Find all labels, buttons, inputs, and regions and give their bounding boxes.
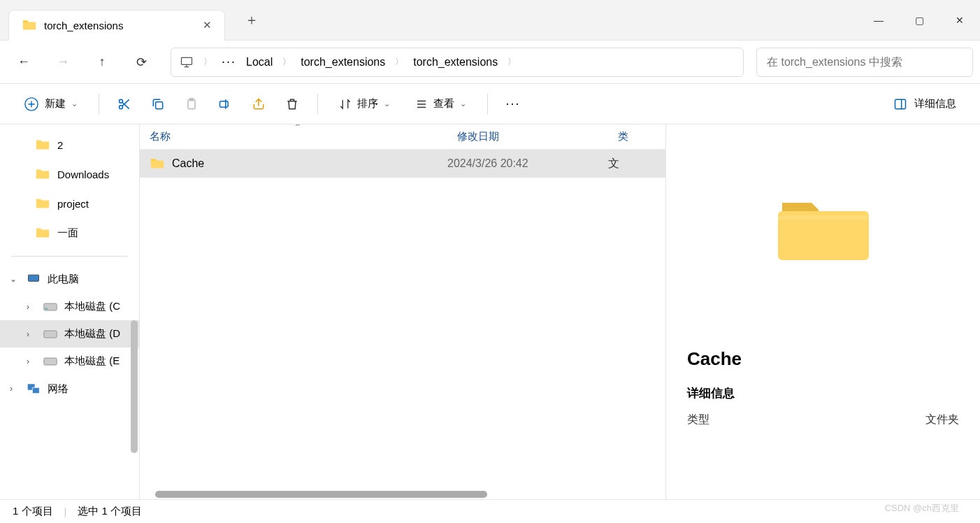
col-date[interactable]: 修改日期 <box>447 124 608 149</box>
col-type[interactable]: 类 <box>608 124 665 149</box>
chevron-down-icon: ⌄ <box>71 99 78 108</box>
svg-point-2 <box>120 99 123 103</box>
crumb-2[interactable]: torch_extensions <box>413 56 498 69</box>
details-pane-button[interactable]: 详细信息 <box>884 92 966 117</box>
delete-button[interactable] <box>278 90 306 118</box>
svg-rect-16 <box>32 387 39 393</box>
separator <box>11 256 128 257</box>
crumb-1[interactable]: torch_extensions <box>301 56 385 69</box>
list-icon <box>415 98 428 110</box>
status-selected: 选中 1 个项目 <box>78 505 142 518</box>
more-button[interactable]: ··· <box>499 90 527 118</box>
svg-rect-14 <box>44 358 57 365</box>
sort-label: 排序 <box>357 97 378 110</box>
ellipsis-icon: ··· <box>505 96 520 111</box>
back-button[interactable]: ← <box>7 45 41 79</box>
sort-button[interactable]: 排序 ⌄ <box>329 92 400 116</box>
file-type: 文 <box>608 157 665 171</box>
details-pane-icon <box>893 97 907 111</box>
chevron-right-icon: › <box>27 302 36 312</box>
network-icon <box>27 382 41 396</box>
tab-active[interactable]: torch_extensions ✕ <box>8 10 225 41</box>
plus-circle-icon <box>24 96 39 112</box>
new-tab-button[interactable]: ＋ <box>245 10 259 29</box>
titlebar: torch_extensions ✕ ＋ ― ▢ ✕ <box>0 0 980 41</box>
drive-icon <box>43 301 57 313</box>
new-label: 新建 <box>45 97 66 110</box>
horizontal-scrollbar[interactable] <box>155 491 487 498</box>
rename-icon <box>218 97 232 111</box>
separator: | <box>64 506 67 517</box>
chevron-right-icon: › <box>10 384 20 394</box>
drive-icon <box>43 329 57 340</box>
pc-icon <box>180 55 194 69</box>
paste-button[interactable] <box>178 90 206 118</box>
sidebar-item-downloads[interactable]: Downloads <box>0 159 139 189</box>
status-count: 1 个项目 <box>13 505 53 518</box>
addressbar: ← → ↑ ⟳ 〉 ··· Local 〉 torch_extensions 〉… <box>0 41 980 84</box>
pc-icon <box>27 272 41 286</box>
search-input[interactable] <box>756 48 973 77</box>
trash-icon <box>285 97 299 111</box>
folder-icon <box>35 196 50 211</box>
sidebar: 2 Downloads project 一面 ⌄此电脑 ›本地磁盘 (C ›本地… <box>0 124 140 499</box>
folder-icon <box>35 137 50 152</box>
chevron-down-icon: ⌄ <box>460 99 466 108</box>
close-button[interactable]: ✕ <box>939 3 980 37</box>
sidebar-item-drive-d[interactable]: ›本地磁盘 (D <box>0 320 139 348</box>
chevron-down-icon: ⌄ <box>384 99 390 108</box>
sort-icon <box>339 98 352 110</box>
crumb-local[interactable]: Local <box>246 56 273 69</box>
svg-rect-9 <box>29 275 39 281</box>
maximize-button[interactable]: ▢ <box>899 3 939 37</box>
up-button[interactable]: ↑ <box>85 45 119 79</box>
view-button[interactable]: 查看 ⌄ <box>405 92 476 116</box>
svg-rect-8 <box>895 99 906 108</box>
copy-button[interactable] <box>144 90 172 118</box>
chevron-right-icon: 〉 <box>507 56 516 68</box>
minimize-button[interactable]: ― <box>858 3 899 37</box>
rename-button[interactable] <box>211 90 239 118</box>
window-controls: ― ▢ ✕ <box>858 3 980 37</box>
file-row-cache[interactable]: Cache 2024/3/26 20:42 文 <box>140 150 665 178</box>
preview-type-row: 类型 文件夹 <box>687 413 959 427</box>
more-icon[interactable]: ··· <box>222 55 236 69</box>
column-header: ⌃ 名称 修改日期 类 <box>140 124 665 150</box>
sidebar-item-drive-c[interactable]: ›本地磁盘 (C <box>0 293 139 320</box>
svg-point-3 <box>120 105 123 108</box>
share-icon <box>252 97 266 111</box>
svg-rect-11 <box>44 303 57 310</box>
scrollbar[interactable] <box>131 320 138 453</box>
refresh-button[interactable]: ⟳ <box>124 45 158 79</box>
file-date: 2024/3/26 20:42 <box>447 157 608 170</box>
drive-icon <box>43 356 57 367</box>
close-icon[interactable]: ✕ <box>203 19 212 31</box>
share-button[interactable] <box>245 90 273 118</box>
sort-asc-icon: ⌃ <box>294 124 302 133</box>
tab-title: torch_extensions <box>44 20 123 31</box>
clipboard-icon <box>185 97 199 111</box>
main-area: 2 Downloads project 一面 ⌄此电脑 ›本地磁盘 (C ›本地… <box>0 124 980 499</box>
forward-button[interactable]: → <box>46 45 80 79</box>
sidebar-item-thispc[interactable]: ⌄此电脑 <box>0 265 139 293</box>
sidebar-item-2[interactable]: 2 <box>0 130 139 159</box>
breadcrumb[interactable]: 〉 ··· Local 〉 torch_extensions 〉 torch_e… <box>171 48 744 77</box>
cut-button[interactable] <box>110 90 138 118</box>
folder-icon <box>22 17 37 33</box>
sidebar-item-yimian[interactable]: 一面 <box>0 218 139 248</box>
svg-rect-4 <box>156 101 163 108</box>
sidebar-item-network[interactable]: ›网络 <box>0 375 139 403</box>
toolbar: 新建 ⌄ 排序 ⌄ 查看 ⌄ ··· 详细信息 <box>0 84 980 124</box>
sidebar-item-drive-e[interactable]: ›本地磁盘 (E <box>0 348 139 375</box>
svg-rect-12 <box>45 308 48 309</box>
new-button[interactable]: 新建 ⌄ <box>14 91 87 117</box>
statusbar: 1 个项目 | 选中 1 个项目 CSDN @ch西克里 <box>0 499 980 523</box>
separator <box>317 94 318 115</box>
details-label: 详细信息 <box>914 97 956 110</box>
sidebar-item-project[interactable]: project <box>0 189 139 218</box>
folder-icon <box>150 156 165 171</box>
svg-rect-0 <box>182 57 192 64</box>
chevron-right-icon: 〉 <box>203 56 212 68</box>
preview-type-label: 类型 <box>687 413 709 427</box>
scissors-icon <box>117 97 131 111</box>
